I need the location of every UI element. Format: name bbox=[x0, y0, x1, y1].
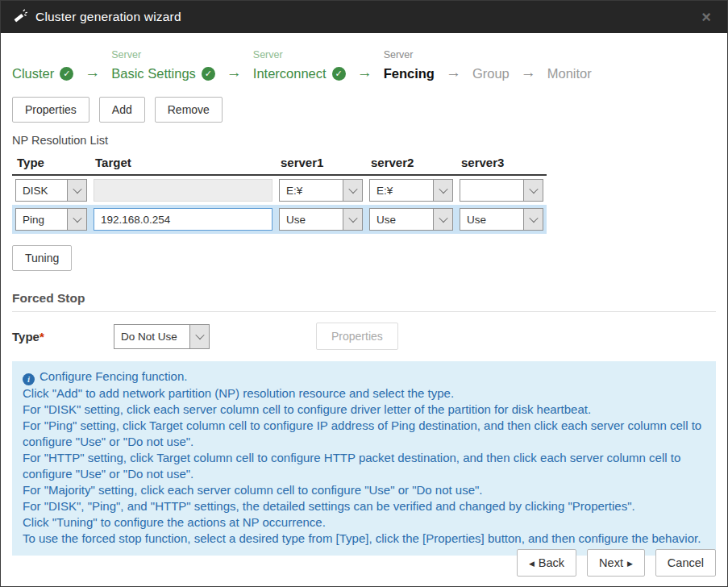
step-label: Fencing bbox=[384, 66, 435, 81]
column-header-type: Type bbox=[12, 154, 90, 174]
step-fencing: Server Fencing bbox=[384, 49, 435, 83]
column-header-target: Target bbox=[90, 154, 276, 174]
step-label: Group bbox=[472, 66, 510, 81]
arrow-right-icon: → bbox=[357, 64, 372, 83]
select-value: E:¥ bbox=[280, 180, 343, 201]
table-row-disk: DISK E:¥ E:¥ bbox=[12, 176, 716, 205]
footer-buttons: ◀Back Next▶ Cancel bbox=[517, 549, 716, 577]
arrow-right-icon: → bbox=[446, 64, 461, 83]
chevron-down-icon bbox=[343, 209, 362, 230]
table-row-ping: Ping Use Use Use bbox=[12, 205, 716, 234]
step-group-label bbox=[12, 49, 73, 64]
table-header-row: Type Target server1 server2 server3 bbox=[12, 154, 547, 176]
select-value: DISK bbox=[16, 180, 67, 201]
select-value: Use bbox=[460, 209, 523, 230]
check-icon: ✓ bbox=[332, 67, 346, 81]
add-button[interactable]: Add bbox=[99, 97, 145, 123]
step-interconnect[interactable]: Server Interconnect✓ bbox=[253, 49, 346, 83]
forced-stop-properties-button[interactable]: Properties bbox=[316, 323, 398, 350]
magic-wand-icon bbox=[12, 9, 28, 25]
np-toolbar: Properties Add Remove bbox=[12, 97, 716, 123]
info-line: For "HTTP" setting, click Target column … bbox=[23, 450, 705, 482]
step-group: Group bbox=[472, 49, 510, 83]
server2-select[interactable]: E:¥ bbox=[369, 179, 453, 202]
info-line: iConfigure Fencing function. bbox=[23, 368, 705, 385]
info-line: For "Majority" setting, click each serve… bbox=[23, 482, 705, 498]
back-button[interactable]: ◀Back bbox=[517, 549, 576, 577]
server3-select[interactable]: Use bbox=[460, 208, 543, 231]
remove-button[interactable]: Remove bbox=[155, 97, 223, 123]
arrow-right-icon: → bbox=[521, 64, 536, 83]
server2-select[interactable]: Use bbox=[369, 208, 453, 231]
info-icon: i bbox=[23, 373, 35, 385]
column-header-server3: server3 bbox=[456, 154, 547, 174]
info-line: Click "Add" to add network partition (NP… bbox=[23, 385, 705, 402]
server1-select[interactable]: Use bbox=[279, 208, 363, 231]
chevron-down-icon bbox=[343, 180, 362, 201]
select-value: Use bbox=[370, 209, 433, 230]
select-value: E:¥ bbox=[370, 180, 433, 201]
step-label: Interconnect bbox=[253, 66, 327, 81]
chevron-down-icon bbox=[433, 209, 452, 230]
step-label: Monitor bbox=[547, 66, 592, 81]
close-icon[interactable]: × bbox=[697, 7, 716, 27]
target-input[interactable] bbox=[94, 208, 272, 231]
section-divider bbox=[12, 311, 716, 312]
column-header-server2: server2 bbox=[366, 154, 456, 174]
cancel-button[interactable]: Cancel bbox=[655, 549, 716, 577]
step-label: Basic Settings bbox=[111, 66, 196, 81]
select-value bbox=[460, 180, 523, 201]
step-label: Cluster bbox=[12, 66, 54, 81]
info-line: To use the forced stop function, select … bbox=[23, 531, 705, 547]
np-list-title: NP Resolution List bbox=[12, 134, 716, 147]
step-monitor: Monitor bbox=[547, 49, 592, 83]
forced-stop-type-row: Type* Do Not Use Properties bbox=[12, 323, 716, 349]
dialog-title: Cluster generation wizard bbox=[35, 10, 181, 24]
check-icon: ✓ bbox=[202, 67, 215, 81]
left-triangle-icon: ◀ bbox=[529, 560, 535, 568]
chevron-down-icon bbox=[523, 209, 543, 230]
select-value: Use bbox=[280, 209, 343, 230]
step-group-label: Server bbox=[253, 49, 346, 64]
chevron-down-icon bbox=[523, 180, 543, 201]
type-label: Type* bbox=[12, 330, 114, 343]
type-select[interactable]: Ping bbox=[15, 208, 87, 231]
forced-stop-heading: Forced Stop bbox=[12, 291, 716, 306]
step-basic-settings[interactable]: Server Basic Settings✓ bbox=[111, 49, 215, 83]
step-group-label bbox=[472, 49, 510, 64]
chevron-down-icon bbox=[67, 180, 86, 201]
info-line: For "DISK" setting, click each server co… bbox=[23, 402, 705, 418]
column-header-server1: server1 bbox=[276, 154, 366, 174]
properties-button[interactable]: Properties bbox=[12, 97, 89, 123]
server3-select[interactable] bbox=[460, 179, 543, 202]
step-group-label: Server bbox=[384, 49, 435, 64]
forced-stop-type-select[interactable]: Do Not Use bbox=[114, 324, 210, 349]
chevron-down-icon bbox=[189, 325, 209, 348]
server1-select[interactable]: E:¥ bbox=[279, 179, 363, 202]
info-line: For "Ping" setting, click Target column … bbox=[23, 418, 705, 450]
select-value: Do Not Use bbox=[114, 325, 189, 348]
info-box: iConfigure Fencing function. Click "Add"… bbox=[12, 361, 716, 556]
required-mark: * bbox=[40, 330, 44, 343]
tuning-button[interactable]: Tuning bbox=[12, 245, 72, 271]
step-group-label: Server bbox=[111, 49, 215, 64]
dialog-titlebar: Cluster generation wizard × bbox=[1, 1, 727, 33]
target-field-disabled bbox=[94, 179, 272, 202]
chevron-down-icon bbox=[67, 209, 86, 230]
step-group-label bbox=[547, 49, 592, 64]
type-select[interactable]: DISK bbox=[15, 179, 87, 202]
info-line: For "DISK", "Ping", and "HTTP" settings,… bbox=[23, 498, 705, 514]
info-line: Click "Tuning" to configure the actions … bbox=[23, 514, 705, 531]
chevron-down-icon bbox=[433, 180, 452, 201]
np-resolution-table: Type Target server1 server2 server3 DISK… bbox=[12, 154, 716, 234]
wizard-stepper: Cluster✓ → Server Basic Settings✓ → Serv… bbox=[12, 44, 716, 83]
step-cluster[interactable]: Cluster✓ bbox=[12, 49, 73, 83]
arrow-right-icon: → bbox=[227, 64, 242, 83]
select-value: Ping bbox=[16, 209, 67, 230]
next-button[interactable]: Next▶ bbox=[587, 549, 645, 577]
arrow-right-icon: → bbox=[85, 64, 100, 83]
right-triangle-icon: ▶ bbox=[627, 560, 633, 568]
check-icon: ✓ bbox=[60, 67, 73, 81]
